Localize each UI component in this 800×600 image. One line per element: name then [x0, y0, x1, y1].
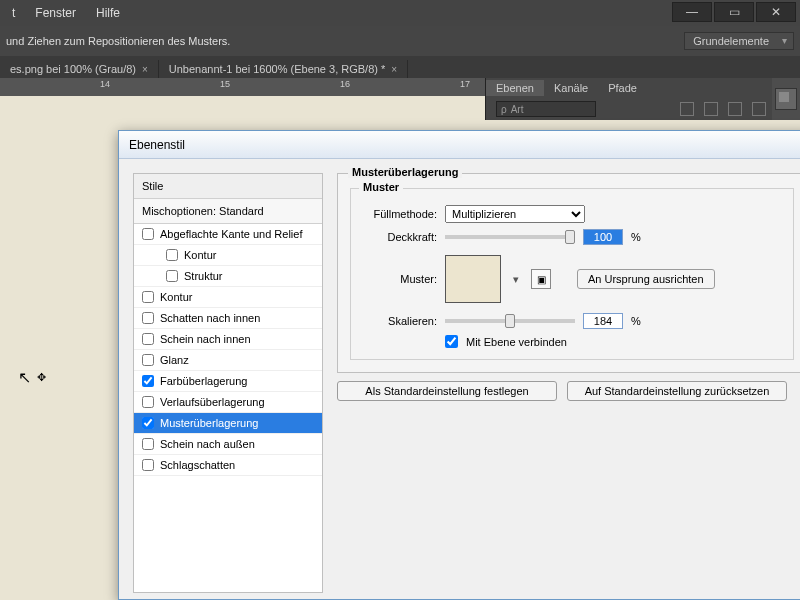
app-menubar: t Fenster Hilfe — ▭ ✕ [0, 0, 800, 26]
style-list-header: Stile [134, 174, 322, 199]
inner-legend: Muster [359, 181, 403, 193]
style-inner-glow-checkbox[interactable] [142, 333, 154, 345]
opacity-label: Deckkraft: [363, 231, 437, 243]
percent-label: % [631, 231, 641, 243]
reset-default-button[interactable]: Auf Standardeinstellung zurücksetzen [567, 381, 787, 401]
style-texture-checkbox[interactable] [166, 270, 178, 282]
snap-to-origin-button[interactable]: An Ursprung ausrichten [577, 269, 715, 289]
style-pattern-overlay[interactable]: Musterüberlagerung [134, 413, 322, 434]
style-drop-shadow[interactable]: Schlagschatten [134, 455, 322, 476]
blend-mode-label: Füllmethode: [363, 208, 437, 220]
style-satin[interactable]: Glanz [134, 350, 322, 371]
opacity-slider[interactable] [445, 235, 575, 239]
pattern-label: Muster: [363, 273, 437, 285]
document-tab-2[interactable]: Unbenannt-1 bei 1600% (Ebene 3, RGB/8) *… [159, 60, 408, 78]
panel-tab-channels[interactable]: Kanäle [544, 80, 598, 96]
style-label: Schatten nach innen [160, 312, 260, 324]
scale-slider[interactable] [445, 319, 575, 323]
hint-text: und Ziehen zum Repositionieren des Muste… [6, 35, 230, 47]
style-label: Verlaufsüberlagerung [160, 396, 265, 408]
tab-label: es.png bei 100% (Grau/8) [10, 63, 136, 75]
panel-tab-paths[interactable]: Pfade [598, 80, 647, 96]
panel-tab-layers[interactable]: Ebenen [486, 80, 544, 96]
style-label: Struktur [184, 270, 223, 282]
style-drop-shadow-checkbox[interactable] [142, 459, 154, 471]
filter-adjust-icon[interactable] [704, 102, 718, 116]
move-cursor-icon: ↖✥ [18, 368, 40, 387]
panels-dock: Ebenen Kanäle Pfade ▸▮ ρ Art [485, 78, 800, 120]
style-stroke[interactable]: Kontur [134, 287, 322, 308]
filter-shape-icon[interactable] [752, 102, 766, 116]
style-label: Schein nach außen [160, 438, 255, 450]
menu-help[interactable]: Hilfe [88, 2, 128, 24]
style-stroke-checkbox[interactable] [142, 291, 154, 303]
layer-filter-input[interactable]: ρ Art [496, 101, 596, 117]
link-with-layer-label: Mit Ebene verbinden [466, 336, 567, 348]
style-outer-glow[interactable]: Schein nach außen [134, 434, 322, 455]
blend-options-row[interactable]: Mischoptionen: Standard [134, 199, 322, 224]
style-label: Farbüberlagerung [160, 375, 247, 387]
percent-label: % [631, 315, 641, 327]
style-label: Schein nach innen [160, 333, 251, 345]
options-bar: und Ziehen zum Repositionieren des Muste… [0, 26, 800, 56]
style-satin-checkbox[interactable] [142, 354, 154, 366]
scale-input[interactable] [583, 313, 623, 329]
style-inner-shadow[interactable]: Schatten nach innen [134, 308, 322, 329]
chevron-down-icon[interactable]: ▾ [509, 255, 523, 303]
group-legend: Musterüberlagerung [348, 166, 462, 178]
style-label: Musterüberlagerung [160, 417, 258, 429]
style-inner-shadow-checkbox[interactable] [142, 312, 154, 324]
workspace-switcher[interactable]: Grundelemente [684, 32, 794, 50]
layer-style-dialog: Ebenenstil Stile Mischoptionen: Standard… [118, 130, 800, 600]
style-color-overlay-checkbox[interactable] [142, 375, 154, 387]
menu-window[interactable]: Fenster [27, 2, 84, 24]
style-bevel-contour[interactable]: Kontur [134, 245, 322, 266]
set-default-button[interactable]: Als Standardeinstellung festlegen [337, 381, 557, 401]
ruler-tick-label: 14 [100, 79, 110, 89]
dialog-title: Ebenenstil [119, 131, 800, 159]
style-list: Stile Mischoptionen: Standard Abgeflacht… [133, 173, 323, 593]
opacity-input[interactable] [583, 229, 623, 245]
style-label: Glanz [160, 354, 189, 366]
ruler-tick-label: 15 [220, 79, 230, 89]
filter-pixel-icon[interactable] [680, 102, 694, 116]
search-icon: ρ [501, 104, 507, 115]
new-preset-icon[interactable]: ▣ [531, 269, 551, 289]
style-label: Schlagschatten [160, 459, 235, 471]
window-maximize-button[interactable]: ▭ [714, 2, 754, 22]
ruler-tick-label: 17 [460, 79, 470, 89]
window-minimize-button[interactable]: — [672, 2, 712, 22]
pattern-overlay-group: Musterüberlagerung Muster Füllmethode: M… [337, 173, 800, 373]
style-outer-glow-checkbox[interactable] [142, 438, 154, 450]
style-pattern-overlay-checkbox[interactable] [142, 417, 154, 429]
window-close-button[interactable]: ✕ [756, 2, 796, 22]
pattern-swatch[interactable] [445, 255, 501, 303]
link-with-layer-checkbox[interactable] [445, 335, 458, 348]
scale-label: Skalieren: [363, 315, 437, 327]
collapsed-panel-icon[interactable] [772, 78, 800, 120]
style-label: Kontur [160, 291, 192, 303]
close-icon[interactable]: × [142, 64, 148, 75]
close-icon[interactable]: × [391, 64, 397, 75]
document-tabstrip: es.png bei 100% (Grau/8) × Unbenannt-1 b… [0, 56, 800, 78]
menu-cut[interactable]: t [4, 2, 23, 24]
style-label: Abgeflachte Kante und Relief [160, 228, 303, 240]
tab-label: Unbenannt-1 bei 1600% (Ebene 3, RGB/8) * [169, 63, 385, 75]
style-gradient-overlay-checkbox[interactable] [142, 396, 154, 408]
style-color-overlay[interactable]: Farbüberlagerung [134, 371, 322, 392]
style-bevel-texture[interactable]: Struktur [134, 266, 322, 287]
style-label: Kontur [184, 249, 216, 261]
layer-filter-value: Art [511, 104, 524, 115]
ruler-tick-label: 16 [340, 79, 350, 89]
horizontal-ruler: 14 15 16 17 [0, 78, 485, 96]
document-tab-1[interactable]: es.png bei 100% (Grau/8) × [0, 60, 159, 78]
blend-mode-select[interactable]: Multiplizieren [445, 205, 585, 223]
style-bevel-checkbox[interactable] [142, 228, 154, 240]
filter-type-icon[interactable] [728, 102, 742, 116]
style-contour-checkbox[interactable] [166, 249, 178, 261]
style-inner-glow[interactable]: Schein nach innen [134, 329, 322, 350]
style-gradient-overlay[interactable]: Verlaufsüberlagerung [134, 392, 322, 413]
style-bevel[interactable]: Abgeflachte Kante und Relief [134, 224, 322, 245]
